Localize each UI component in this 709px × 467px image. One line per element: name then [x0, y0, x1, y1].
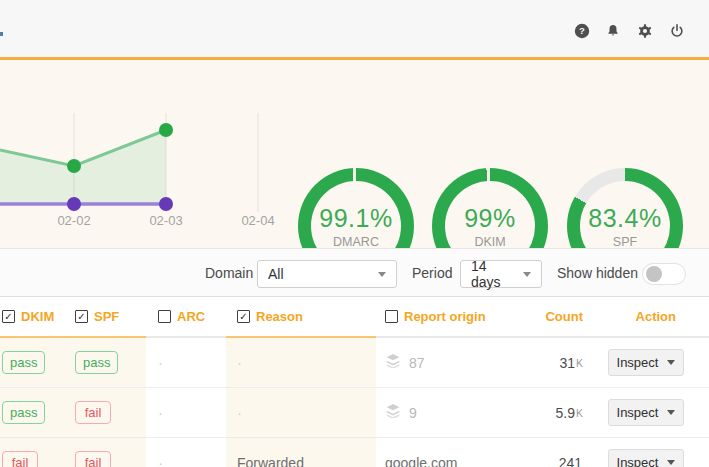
spf-cell: fail — [75, 388, 146, 437]
inspect-button[interactable]: Inspect — [608, 449, 684, 467]
reason-column-label: Reason — [256, 309, 303, 324]
svg-text:02-04: 02-04 — [241, 213, 274, 228]
dkim-cell: pass — [0, 338, 75, 387]
reason-cell: Forwarded — [226, 438, 376, 467]
donut-dkim-label: DKIM — [474, 235, 505, 249]
spf-result-badge: pass — [75, 351, 118, 374]
action-cell: Inspect — [595, 338, 709, 387]
arc-column-checkbox[interactable] — [158, 310, 171, 323]
spf-cell: fail — [75, 438, 146, 467]
show-hidden-toggle[interactable] — [642, 263, 686, 285]
trend-chart-svg: 02-0202-0302-04 — [0, 60, 290, 248]
origin-domain: google.com — [385, 455, 457, 467]
column-header-action: Action — [595, 297, 709, 338]
reason-value: Forwarded — [237, 455, 304, 467]
bell-icon[interactable] — [605, 23, 621, 39]
table-row: pass fail · · 9 5.9 K — [0, 388, 709, 438]
trend-chart: 02-0202-0302-04 — [0, 60, 290, 248]
action-cell: Inspect — [595, 438, 709, 467]
filter-bar: Domain All Period 14 days Show hidden — [0, 248, 709, 297]
column-header-report-origin: Report origin — [376, 297, 540, 338]
reason-cell: · — [226, 388, 376, 437]
donut-dmarc-value: 99.1% — [319, 204, 392, 233]
inspect-button-label: Inspect — [617, 455, 659, 467]
column-header-spf: SPF — [75, 297, 146, 338]
spf-column-checkbox[interactable] — [75, 310, 88, 323]
logo-fragment — [0, 32, 3, 36]
show-hidden-label: Show hidden — [557, 265, 638, 281]
dkim-cell: pass — [0, 388, 75, 437]
reason-value: · — [237, 354, 242, 371]
period-select[interactable]: 14 days — [460, 260, 542, 288]
dkim-column-checkbox[interactable] — [2, 310, 15, 323]
action-column-label: Action — [636, 309, 676, 324]
count-cell: 31 K — [540, 338, 595, 387]
chevron-down-icon — [667, 460, 675, 465]
arc-value: · — [158, 454, 163, 467]
arc-value: · — [158, 354, 163, 371]
dkim-cell: fail — [0, 438, 75, 467]
chevron-down-icon — [667, 410, 675, 415]
count-suffix: K — [576, 407, 583, 419]
arc-value: · — [158, 404, 163, 421]
domain-filter-label: Domain — [205, 265, 253, 281]
domain-select[interactable]: All — [257, 260, 397, 288]
gear-icon[interactable] — [637, 23, 653, 39]
report-origin-cell: 87 — [376, 338, 540, 387]
power-icon[interactable] — [669, 23, 685, 39]
count-column-label: Count — [545, 309, 583, 324]
dmarc-dashboard: ? 02-0202-0302-04 — [0, 0, 709, 467]
table-row: pass pass · · 87 31 K — [0, 338, 709, 388]
period-filter-label: Period — [412, 265, 452, 281]
help-icon[interactable]: ? — [574, 23, 590, 39]
top-bar: ? — [0, 0, 709, 57]
spf-column-label: SPF — [94, 309, 119, 324]
reason-value: · — [237, 404, 242, 421]
arc-cell: · — [146, 388, 226, 437]
svg-text:02-02: 02-02 — [57, 213, 90, 228]
count-cell: 5.9 K — [540, 388, 595, 437]
inspect-button[interactable]: Inspect — [608, 399, 684, 426]
donut-dkim-value: 99% — [464, 204, 516, 233]
count-value: 5.9 — [556, 405, 575, 421]
chevron-down-icon — [667, 360, 675, 365]
origin-report-count: 87 — [409, 355, 425, 371]
spf-result-badge: fail — [75, 451, 111, 467]
count-suffix: K — [576, 357, 583, 369]
layers-icon — [385, 354, 409, 372]
donut-dmarc-label: DMARC — [333, 235, 379, 249]
count-value: 31 — [559, 355, 575, 371]
column-header-count: Count — [540, 297, 595, 338]
arc-cell: · — [146, 338, 226, 387]
arc-column-label: ARC — [177, 309, 205, 324]
chevron-down-icon — [378, 272, 386, 277]
inspect-button-label: Inspect — [617, 355, 659, 370]
reason-column-checkbox[interactable] — [237, 310, 250, 323]
summary-section: 02-0202-0302-04 99.1% DMARC 99% DKIM 83.… — [0, 60, 709, 248]
report-origin-column-label: Report origin — [404, 309, 486, 324]
dkim-result-badge: pass — [2, 401, 45, 424]
toggle-knob — [646, 266, 662, 282]
inspect-button[interactable]: Inspect — [608, 349, 684, 376]
report-origin-column-checkbox[interactable] — [385, 310, 398, 323]
column-header-arc: ARC — [146, 297, 226, 338]
dkim-column-label: DKIM — [21, 309, 54, 324]
report-origin-cell: google.com — [376, 438, 540, 467]
report-origin-cell: 9 — [376, 388, 540, 437]
column-header-reason: Reason — [226, 297, 376, 338]
count-value: 241 — [559, 455, 582, 467]
table-header-row: DKIM SPF ARC Reason Report origin Count — [0, 297, 709, 338]
svg-text:02-03: 02-03 — [149, 213, 182, 228]
arc-cell: · — [146, 438, 226, 467]
reason-cell: · — [226, 338, 376, 387]
spf-result-badge: fail — [75, 401, 111, 424]
count-cell: 241 — [540, 438, 595, 467]
domain-select-value: All — [268, 266, 370, 282]
donut-spf-value: 83.4% — [588, 204, 661, 233]
period-select-value: 14 days — [471, 258, 515, 290]
inspect-button-label: Inspect — [617, 405, 659, 420]
chevron-down-icon — [523, 272, 531, 277]
donut-spf-label: SPF — [613, 235, 637, 249]
origin-report-count: 9 — [409, 405, 417, 421]
dkim-result-badge: pass — [2, 351, 45, 374]
